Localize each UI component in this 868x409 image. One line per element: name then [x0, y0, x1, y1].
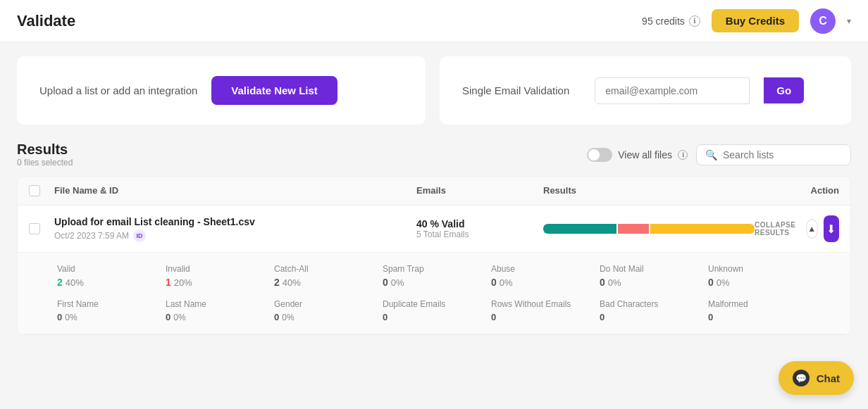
results-table: File Name & ID Emails Results Action Upl…: [17, 176, 851, 335]
credits-area: 95 credits ℹ: [642, 15, 700, 27]
main-stats-row: Valid 2 40% Invalid 1 20%: [57, 264, 811, 288]
stat-firstname: First Name 0 0%: [57, 299, 160, 322]
stats-section: Valid 2 40% Invalid 1 20%: [18, 253, 850, 334]
table-header-row: File Name & ID Emails Results Action: [18, 177, 850, 206]
view-all-toggle-area: View all files ℹ: [587, 148, 688, 162]
stat-donotmail: Do Not Mail 0 0%: [600, 264, 702, 288]
file-name: Upload for email List cleaning - Sheet1.…: [54, 216, 416, 227]
email-validation-card: Single Email Validation Go: [440, 56, 851, 125]
stat-duplicate-emails: Duplicate Emails 0: [383, 299, 485, 322]
download-button[interactable]: ⬇: [824, 215, 839, 242]
invalid-bar: [618, 224, 649, 234]
credits-amount: 95 credits: [642, 15, 685, 27]
action-cell: COLLAPSE RESULTS ▲ ⬇: [755, 215, 839, 242]
emails-cell: 40 % Valid 5 Total Emails: [416, 218, 543, 239]
header-emails: Emails: [416, 185, 543, 196]
stat-spamtrap: Spam Trap 0 0%: [383, 264, 485, 288]
row-checkbox-cell: [29, 223, 54, 234]
validate-new-list-button[interactable]: Validate New List: [211, 76, 337, 105]
header-checkbox-cell: [29, 185, 54, 196]
credits-info-icon[interactable]: ℹ: [689, 15, 700, 27]
search-box: 🔍: [696, 144, 851, 165]
upload-card: Upload a list or add an integration Vali…: [17, 56, 426, 125]
single-email-label: Single Email Validation: [462, 84, 569, 96]
header: Validate 95 credits ℹ Buy Credits C ▾: [0, 0, 868, 42]
extra-stats-row: First Name 0 0% Last Name 0 0%: [57, 299, 811, 322]
stat-lastname: Last Name 0 0%: [166, 299, 268, 322]
chevron-down-icon[interactable]: ▾: [847, 16, 851, 26]
stat-gender: Gender 0 0%: [274, 299, 377, 322]
upload-text: Upload a list or add an integration: [39, 84, 197, 96]
progress-cell: [543, 224, 755, 234]
stat-malformed: Malformed 0: [708, 299, 811, 322]
collapse-results-button[interactable]: COLLAPSE RESULTS: [755, 221, 800, 237]
file-info-cell: Upload for email List cleaning - Sheet1.…: [54, 216, 416, 242]
search-icon: 🔍: [705, 149, 717, 161]
header-action: Action: [755, 185, 839, 196]
progress-bar: [543, 224, 755, 234]
header-results: Results: [543, 185, 755, 196]
main-content: Upload a list or add an integration Vali…: [0, 42, 868, 349]
stat-invalid: Invalid 1 20%: [166, 264, 268, 288]
toggle-knob: [588, 149, 600, 161]
app-title: Validate: [17, 12, 631, 30]
select-all-checkbox[interactable]: [29, 185, 40, 196]
stat-bad-characters: Bad Characters 0: [600, 299, 702, 322]
row-checkbox[interactable]: [29, 223, 40, 234]
results-header: Results 0 files selected View all files …: [17, 141, 851, 168]
stat-unknown: Unknown 0 0%: [708, 264, 811, 288]
stat-valid: Valid 2 40%: [57, 264, 160, 288]
results-title: Results: [17, 141, 587, 158]
files-selected: 0 files selected: [17, 158, 587, 168]
results-title-area: Results 0 files selected: [17, 141, 587, 168]
collapse-chevron-button[interactable]: ▲: [806, 219, 818, 239]
stat-abuse: Abuse 0 0%: [491, 264, 594, 288]
go-button[interactable]: Go: [764, 77, 804, 103]
id-badge[interactable]: ID: [133, 229, 146, 242]
stat-rows-without-emails: Rows Without Emails 0: [491, 299, 594, 322]
view-all-toggle[interactable]: [587, 148, 612, 162]
table-row: Upload for email List cleaning - Sheet1.…: [18, 206, 850, 334]
valid-bar: [543, 224, 616, 234]
total-emails: 5 Total Emails: [416, 229, 543, 239]
avatar-button[interactable]: C: [810, 8, 836, 34]
search-input[interactable]: [723, 149, 836, 161]
view-all-info-icon[interactable]: ℹ: [678, 150, 688, 160]
file-date: Oct/2 2023 7:59 AM: [54, 231, 129, 241]
email-input[interactable]: [595, 77, 750, 104]
catchall-bar: [650, 224, 755, 234]
row-main: Upload for email List cleaning - Sheet1.…: [18, 206, 850, 253]
file-meta: Oct/2 2023 7:59 AM ID: [54, 229, 416, 242]
stat-catchall: Catch-All 2 40%: [274, 264, 377, 288]
buy-credits-button[interactable]: Buy Credits: [712, 9, 799, 32]
valid-percent: 40 % Valid: [416, 218, 543, 229]
view-all-label: View all files: [618, 149, 672, 161]
top-cards: Upload a list or add an integration Vali…: [17, 56, 851, 125]
header-filename: File Name & ID: [54, 185, 416, 196]
results-controls: View all files ℹ 🔍: [587, 144, 851, 165]
